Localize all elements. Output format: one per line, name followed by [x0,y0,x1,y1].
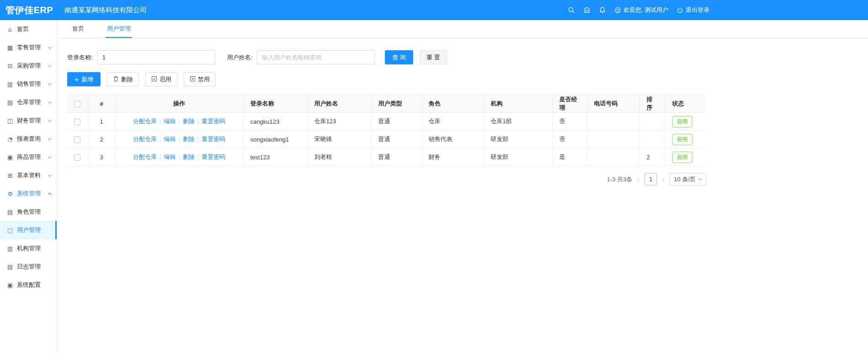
assign-warehouse-link[interactable]: 分配仓库 [133,136,157,142]
sidebar-item-label: 商品管理 [17,153,41,161]
sidebar-item-label: 用户管理 [17,226,41,234]
user-menu[interactable]: 欢迎您, 测试用户 [614,6,668,14]
col-actions: 操作 [115,95,243,113]
power-icon [676,7,683,14]
cell-user-name: 刘老根 [307,148,371,166]
sidebar-item-sales[interactable]: ▥ 销售管理 [0,75,57,93]
sidebar-item-log-mgmt[interactable]: ▤ 日志管理 [0,258,57,276]
delete-link[interactable]: 删除 [183,153,195,160]
sidebar-item-basic-data[interactable]: ⊞ 基本资料 [0,166,57,184]
sales-icon: ▥ [6,81,14,88]
logout-button[interactable]: 退出登录 [676,6,709,14]
table-body: 1 分配仓库|编辑|删除|重置密码 cangku123 仓库123 普通 仓库 … [67,113,706,166]
select-all-checkbox[interactable] [74,101,80,107]
reset-password-link[interactable]: 重置密码 [202,118,225,125]
row-index: 3 [88,148,115,166]
reset-password-link[interactable]: 重置密码 [202,136,225,142]
row-checkbox[interactable] [74,154,80,161]
sidebar-item-home[interactable]: ⌂ 首页 [0,20,57,38]
user-table: # 操作 登录名称 用户姓名 用户类型 角色 机构 是否经理 电话号码 排序 状… [67,95,858,166]
prev-page-icon[interactable]: ‹ [636,175,640,183]
log-icon: ▤ [6,263,14,270]
edit-link[interactable]: 编辑 [164,118,176,125]
row-actions: 分配仓库|编辑|删除|重置密码 [115,131,243,148]
sidebar-item-report[interactable]: ◔ 报表查询 [0,130,57,148]
divider: | [178,153,180,160]
tab-home[interactable]: 首页 [71,20,85,38]
col-index: # [88,95,115,113]
cell-role: 销售代表 [421,131,484,148]
next-page-icon[interactable]: › [661,175,665,183]
chevron-down-icon [48,45,52,48]
col-phone: 电话号码 [587,95,639,113]
table-row: 3 分配仓库|编辑|删除|重置密码 test123 刘老根 普通 财务 研发部 … [67,148,706,166]
login-name-label: 登录名称: [67,53,93,62]
page-size-select[interactable]: 10 条/页 [669,173,706,185]
sidebar-item-system-config[interactable]: ▣ 系统配置 [0,276,57,294]
status-badge[interactable]: 启用 [672,116,692,127]
divider: | [197,153,199,160]
cell-login-name: songxiaofeng1 [243,131,307,148]
sidebar-item-user-mgmt[interactable]: ▢ 用户管理 [0,221,57,239]
role-icon: ▤ [6,209,14,216]
edit-link[interactable]: 编辑 [164,153,176,160]
assign-warehouse-link[interactable]: 分配仓库 [133,118,157,125]
login-name-input[interactable] [97,50,215,64]
x-square-icon [190,76,196,83]
sidebar-item-label: 角色管理 [17,208,41,216]
user-name-input[interactable] [257,50,375,64]
config-icon: ▣ [6,282,14,289]
add-button[interactable]: + 新增 [67,72,101,86]
delete-button[interactable]: 删除 [107,72,139,86]
delete-link[interactable]: 删除 [183,136,195,142]
home-bank-icon[interactable] [583,6,591,14]
sidebar-item-purchase[interactable]: ⊟ 采购管理 [0,57,57,75]
query-button[interactable]: 查 询 [385,50,413,64]
warehouse-icon: ▤ [6,99,14,106]
sidebar-item-label: 零售管理 [17,43,41,52]
bell-icon[interactable] [599,6,606,14]
sidebar-item-org-mgmt[interactable]: ▥ 机构管理 [0,239,57,258]
cell-user-name: 仓库123 [307,113,371,131]
cell-phone [587,148,639,166]
logout-label: 退出登录 [686,6,709,14]
current-page[interactable]: 1 [644,173,657,185]
sidebar-item-warehouse[interactable]: ▤ 仓库管理 [0,93,57,111]
table-header-row: # 操作 登录名称 用户姓名 用户类型 角色 机构 是否经理 电话号码 排序 状… [67,95,706,113]
reset-password-link[interactable]: 重置密码 [202,153,225,160]
disable-button[interactable]: 禁用 [184,72,216,86]
sidebar-item-system[interactable]: ⚙ 系统管理 [0,184,57,203]
add-label: 新增 [81,75,93,84]
assign-warehouse-link[interactable]: 分配仓库 [133,153,157,160]
enable-button[interactable]: 启用 [145,72,177,86]
edit-link[interactable]: 编辑 [164,136,176,142]
topbar-right: 欢迎您, 测试用户 退出登录 [568,0,709,20]
finance-icon: ◫ [6,117,14,124]
basic-data-icon: ⊞ [6,172,14,179]
search-icon[interactable] [568,6,575,14]
status-badge[interactable]: 启用 [672,134,692,145]
status-badge[interactable]: 启用 [672,152,692,163]
reset-button[interactable]: 重 置 [420,50,447,64]
company-name: 南通某某网络科技有限公司 [64,6,147,15]
sidebar-item-product[interactable]: ▣ 商品管理 [0,148,57,166]
row-checkbox[interactable] [74,119,80,125]
cell-status: 启用 [665,113,706,131]
sidebar-item-finance[interactable]: ◫ 财务管理 [0,111,57,130]
purchase-icon: ⊟ [6,63,14,69]
chevron-up-icon [48,192,52,196]
delete-link[interactable]: 删除 [183,118,195,125]
home-icon: ⌂ [6,26,14,33]
cell-is-manager: 是 [552,148,587,166]
cell-org: 研发部 [484,148,552,166]
delete-label: 删除 [121,75,133,84]
row-index: 1 [88,113,115,131]
disable-label: 禁用 [198,75,210,84]
user-name-label: 用户姓名: [227,53,253,62]
tab-user-management[interactable]: 用户管理 [106,20,132,38]
sidebar-item-retail[interactable]: ▦ 零售管理 [0,38,57,57]
row-checkbox[interactable] [74,137,80,143]
sidebar-item-label: 采购管理 [17,62,41,70]
col-is-manager: 是否经理 [552,95,587,113]
sidebar-item-role-mgmt[interactable]: ▤ 角色管理 [0,203,57,221]
